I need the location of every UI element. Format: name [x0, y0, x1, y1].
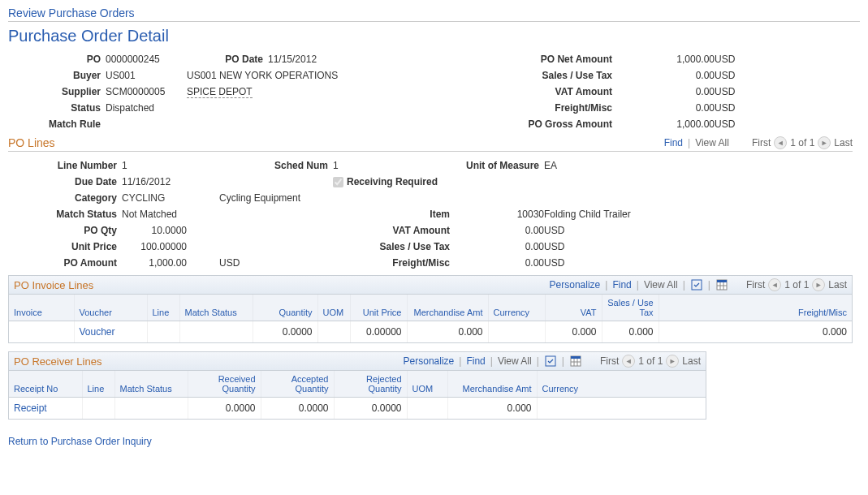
spreadsheet-icon[interactable] [569, 355, 582, 368]
col-match[interactable]: Match Status [114, 371, 188, 398]
next-icon[interactable]: ► [666, 355, 679, 368]
line-frt-label: Freight/Misc [333, 257, 455, 269]
col-currency[interactable]: Currency [537, 371, 706, 398]
col-merch[interactable]: Merchandise Amt [407, 295, 488, 321]
find-link[interactable]: Find [466, 355, 485, 367]
find-link[interactable]: Find [612, 279, 631, 291]
gross-label: PO Gross Amount [487, 118, 617, 130]
return-link[interactable]: Return to Purchase Order Inquiry [8, 436, 152, 447]
prev-icon[interactable]: ◄ [622, 355, 635, 368]
uom-label: Unit of Measure [455, 160, 544, 171]
sut-value: 0.00 [617, 70, 715, 81]
col-recv-qty[interactable]: Received Quantity [188, 371, 261, 398]
inv-grid-title: PO Invoice Lines [14, 279, 93, 291]
buyer-desc-text: NEW YORK OPERATIONS [219, 70, 338, 81]
cell-line [82, 398, 114, 420]
frt-cur: USD [715, 102, 747, 114]
personalize-link[interactable]: Personalize [550, 279, 601, 291]
buyer-desc-code: US001 [187, 70, 217, 81]
match-rule-value [106, 118, 455, 130]
line-vat-label: VAT Amount [333, 225, 455, 236]
line-frt-value: 0.00 [455, 257, 544, 269]
last-text: Last [834, 137, 853, 148]
po-lines-nav: Find | View All First ◄ 1 of 1 ► Last [664, 136, 853, 149]
vat-label: VAT Amount [487, 86, 617, 97]
due-date-value: 11/16/2012 [122, 176, 219, 187]
cell-match [114, 398, 188, 420]
range-text: 1 of 1 [784, 279, 809, 291]
po-qty-value: 10.0000 [122, 225, 219, 236]
col-vat[interactable]: VAT [545, 295, 602, 321]
cell-receipt-link[interactable]: Receipt [14, 402, 47, 414]
item-desc: Folding Child Trailer [544, 209, 763, 220]
receiving-required-checkbox [333, 177, 343, 187]
cell-voucher-link[interactable]: Voucher [80, 326, 115, 338]
spreadsheet-icon[interactable] [715, 278, 728, 291]
rcv-grid-title: PO Receiver Lines [14, 355, 101, 368]
item-label: Item [333, 209, 455, 220]
match-status-label: Match Status [16, 209, 122, 220]
cell-uom [407, 398, 447, 420]
category-label: Category [16, 192, 122, 204]
line-vat-value: 0.00 [455, 225, 544, 236]
status-label: Status [16, 102, 106, 114]
last-text: Last [682, 355, 701, 367]
next-icon[interactable]: ► [812, 278, 825, 291]
col-merch[interactable]: Merchandise Amt [447, 371, 537, 398]
inv-table: Invoice Voucher Line Match Status Quanti… [9, 295, 852, 342]
col-unit-price[interactable]: Unit Price [350, 295, 407, 321]
line-frt-cur: USD [544, 257, 601, 269]
col-frt[interactable]: Freight/Misc [659, 295, 852, 321]
cell-qty: 0.0000 [253, 321, 317, 343]
col-acc-qty[interactable]: Accepted Quantity [261, 371, 334, 398]
col-line[interactable]: Line [82, 371, 114, 398]
col-invoice[interactable]: Invoice [9, 295, 74, 321]
header-fields: PO 0000000245 PO Date 11/15/2012 Buyer U… [16, 54, 455, 130]
col-currency[interactable]: Currency [488, 295, 545, 321]
col-sut[interactable]: Sales / Use Tax [602, 295, 659, 321]
status-value: Dispatched [106, 102, 455, 114]
find-link[interactable]: Find [664, 137, 683, 148]
svg-rect-8 [571, 356, 581, 359]
cell-recv-qty: 0.0000 [188, 398, 261, 420]
cell-match [179, 321, 253, 343]
table-row: Voucher 0.0000 0.00000 0.000 0.000 0.000… [9, 321, 852, 343]
line-number-label: Line Number [16, 160, 122, 171]
col-rej-qty[interactable]: Rejected Quantity [334, 371, 407, 398]
zoom-icon[interactable] [690, 278, 703, 291]
col-qty[interactable]: Quantity [253, 295, 317, 321]
col-uom[interactable]: UOM [407, 371, 447, 398]
col-line[interactable]: Line [147, 295, 179, 321]
sched-num-label: Sched Num [219, 160, 333, 171]
gross-cur: USD [715, 118, 747, 130]
frt-label: Freight/Misc [487, 102, 617, 114]
col-uom[interactable]: UOM [317, 295, 350, 321]
range-text: 1 of 1 [638, 355, 663, 367]
frt-value: 0.00 [617, 102, 715, 114]
item-code: 10030 [455, 209, 544, 220]
vat-cur: USD [715, 86, 747, 97]
prev-icon[interactable]: ◄ [774, 136, 787, 149]
prev-icon[interactable]: ◄ [768, 278, 781, 291]
view-all-text: View All [644, 279, 678, 291]
divider [8, 151, 853, 152]
col-match[interactable]: Match Status [179, 295, 253, 321]
unit-price-label: Unit Price [16, 241, 122, 252]
zoom-icon[interactable] [544, 355, 557, 368]
po-label: PO [16, 54, 106, 65]
supplier-code: SCM0000005 [106, 86, 187, 97]
col-receipt[interactable]: Receipt No [9, 371, 82, 398]
cell-invoice [9, 321, 74, 343]
table-row: Receipt 0.0000 0.0000 0.0000 0.000 [9, 398, 706, 420]
category-code: CYCLING [122, 192, 219, 204]
supplier-name-link[interactable]: SPICE DEPOT [187, 86, 253, 98]
col-voucher[interactable]: Voucher [74, 295, 147, 321]
line-number-value: 1 [122, 160, 219, 171]
first-text: First [752, 137, 771, 148]
range-text: 1 of 1 [790, 137, 814, 148]
next-icon[interactable]: ► [818, 136, 831, 149]
personalize-link[interactable]: Personalize [404, 355, 455, 367]
cell-line [147, 321, 179, 343]
match-status-value: Not Matched [122, 209, 333, 220]
line-sut-label: Sales / Use Tax [333, 241, 455, 252]
